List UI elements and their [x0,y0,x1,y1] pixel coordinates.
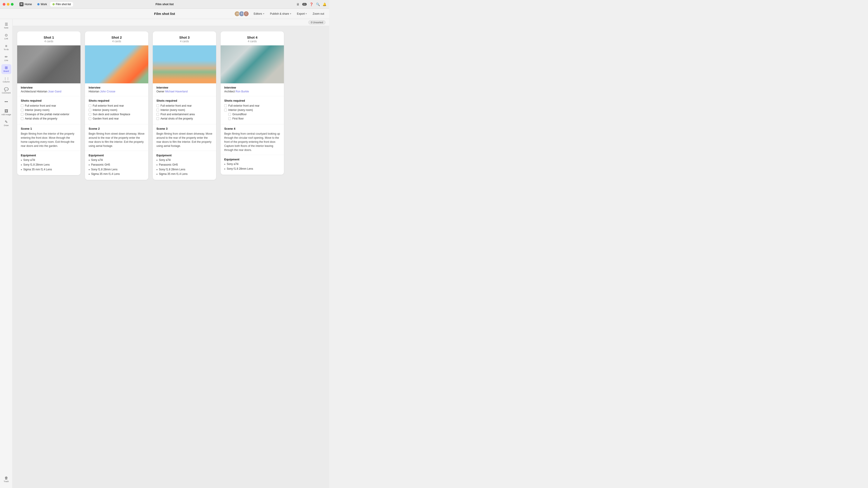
unsorted-badge[interactable]: 0 Unsorted [308,20,326,24]
shot2-shot-3: Garden front and rear [89,117,145,120]
sidebar-item-note[interactable]: ☰ Note [1,21,11,31]
shot1-interview-name[interactable]: Joan Gand [48,90,61,93]
shot2-checkbox-1[interactable] [89,109,91,111]
shot3-checkbox-1[interactable] [156,109,159,111]
shot3-checkbox-0[interactable] [156,104,159,107]
notification-badge: 21 [302,3,307,6]
shot4-scene-title: Scene 4 [224,127,280,130]
help-icon[interactable]: ❓ [309,2,313,6]
shot4-shots: Shots required Full exterior front and r… [221,96,284,124]
shot4-checkbox-3[interactable] [228,117,231,120]
bullet-icon: • [21,158,22,162]
shot1-shot-3-text: Aerial shots of the property [25,117,57,120]
shot1-shot-3: Aerial shots of the property [21,117,77,120]
addimage-icon: 🖼 [4,109,8,113]
shot3-shot-0: Full exterior front and rear [156,104,213,107]
sidebar-item-more[interactable]: ••• [1,97,11,107]
shot1-checkbox-0[interactable] [21,104,24,107]
column-shot2: Shot 2 4 cards Interview Historian John … [85,31,148,180]
shot4-shot-1: Interior (every room) [224,108,280,111]
sidebar: ☰ Note ⊙ Link ≡ To-do ✏ Line ⊞ Board ⋮⋮ … [0,19,13,488]
shot4-shot-0-text: Full exterior front and rear [228,104,259,107]
shot2-scene-text: Begin filming from street down driveway.… [89,132,145,148]
sidebar-item-line[interactable]: ✏ Line [1,53,11,63]
sidebar-item-addimage[interactable]: 🖼 Add image [1,107,11,118]
bullet-icon: • [89,168,90,172]
column-shot4: Shot 4 4 cards Interview Architect Ron B… [221,31,284,175]
avatar-3[interactable]: C [243,11,249,17]
shot4-checkbox-2[interactable] [228,113,231,116]
minimize-button[interactable] [7,3,9,6]
shot4-checkbox-1[interactable] [224,109,227,111]
tab-work[interactable]: Work [35,2,49,6]
shot2-equip-0: • Sony a7iii [89,158,145,162]
titlebar-actions: 🖥 21 ❓ 🔍 🔔 [296,2,327,6]
bell-icon[interactable]: 🔔 [322,2,327,6]
shot2-scene-title: Scene 2 [89,127,145,130]
shot3-interview: Interview Owner Michael Haverland [153,84,216,96]
shot3-equip-0: • Sony a7iii [156,158,213,162]
sidebar-item-comment[interactable]: 💬 Comment [1,86,11,96]
sidebar-comment-label: Comment [2,92,11,94]
tab-filmshot[interactable]: Film shot list [50,2,73,6]
sidebar-item-todo[interactable]: ≡ To-do [1,42,11,53]
sidebar-item-column[interactable]: ⋮⋮ Column [1,75,11,85]
shot4-interview-label: Interview [224,86,280,89]
shot2-count: 4 cards [90,40,144,43]
sidebar-item-board[interactable]: ⊞ Board [1,64,11,74]
shot1-checkbox-3[interactable] [21,117,24,120]
editors-button[interactable]: Editors ▾ [252,11,266,16]
sidebar-note-label: Note [4,27,8,29]
shot1-equip-1: • Sony f1.8 28mm Lens [21,163,77,167]
shot2-checkbox-3[interactable] [89,117,91,120]
shot3-checkbox-3[interactable] [156,117,159,120]
sidebar-item-draw[interactable]: ✎ Draw [1,119,11,128]
bullet-icon: • [21,163,22,167]
todo-icon: ≡ [5,44,7,48]
bullet-icon: • [224,167,225,171]
sidebar-item-trash[interactable]: 🗑 Trash [1,475,11,484]
zoom-out-button[interactable]: Zoom out [311,11,326,16]
shot2-checkbox-2[interactable] [89,113,91,116]
shot2-shot-2: Sun deck and outdoor fireplace [89,113,145,116]
sidebar-line-label: Line [4,59,8,61]
titlebar: M Home Work Film shot list Film shot lis… [0,0,329,8]
bullet-icon: • [156,168,158,172]
shot3-count: 4 cards [157,40,212,43]
shot4-checkbox-0[interactable] [224,104,227,107]
publish-share-label: Publish & share [270,12,289,15]
shot4-equip-1: • Sony f1.8 28mm Lens [224,167,280,171]
shot4-title: Shot 4 [225,35,279,39]
sidebar-column-label: Column [3,80,10,83]
shot2-interview-name[interactable]: John Crosse [100,90,115,93]
monitor-icon[interactable]: 🖥 [296,2,300,6]
shot2-interview-detail: Historian John Crosse [89,89,145,93]
shot4-interview-name[interactable]: Ron Burkle [236,90,249,93]
shot1-checkbox-2[interactable] [21,113,24,116]
maximize-button[interactable] [11,3,13,6]
shot1-checkbox-1[interactable] [21,109,24,111]
shot1-count: 4 cards [22,40,76,43]
shot3-checkbox-2[interactable] [156,113,159,116]
shot1-scene-text: Begin filming from the interior of the p… [21,132,77,148]
shot3-interview-name[interactable]: Michael Haverland [165,90,188,93]
export-button[interactable]: Export ▾ [296,11,308,16]
shot4-equipment-title: Equipment [224,158,280,161]
shot3-header: Shot 3 4 cards [153,31,216,45]
publish-share-button[interactable]: Publish & share ▾ [269,11,292,16]
tab-home[interactable]: M Home [17,2,34,7]
shot2-image [85,45,148,84]
search-icon[interactable]: 🔍 [316,2,320,6]
shot3-equip-3-text: Sigma 35 mm f1.4 Lens [159,172,188,175]
board-icon: ⊞ [5,66,8,70]
shot2-checkbox-0[interactable] [89,104,91,107]
shot1-interview-detail: Architectural Historian Joan Gand [21,89,77,93]
sidebar-item-link[interactable]: ⊙ Link [1,32,11,41]
shot3-shots-title: Shots required [156,99,213,102]
shot3-shot-3-text: Aerial shots of the property [160,117,193,120]
shot1-scene: Scene 1 Begin filming from the interior … [17,124,81,151]
tab-home-label: Home [25,3,32,6]
shot1-equipment: Equipment • Sony a7iii • Sony f1.8 28mm … [17,151,81,175]
shot4-equip-0-text: Sony a7iii [227,162,239,166]
close-button[interactable] [3,3,5,6]
